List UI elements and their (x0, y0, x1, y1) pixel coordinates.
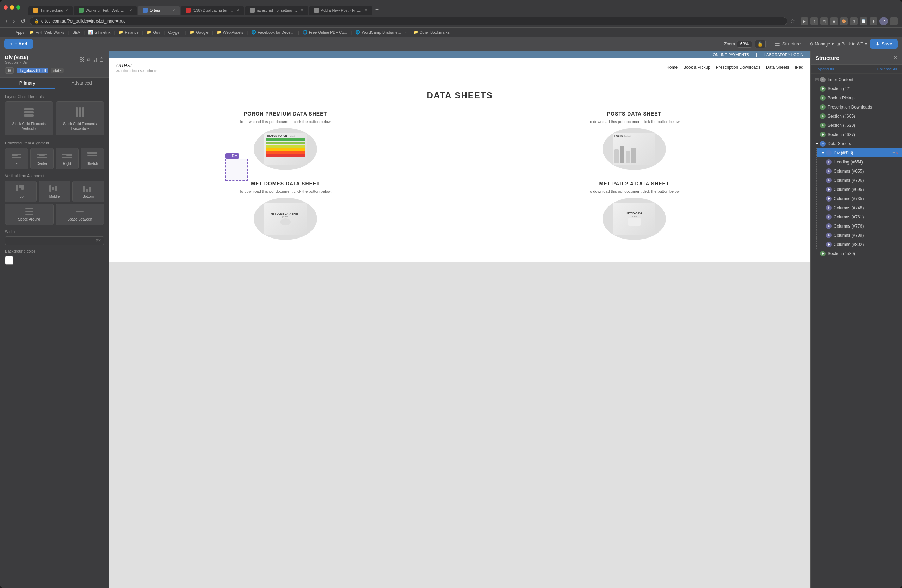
tab-close-6[interactable]: × (365, 8, 368, 13)
tree-heading-654[interactable]: + Heading (#654) (817, 158, 902, 167)
space-around-btn[interactable]: Space Around (5, 203, 53, 225)
extension-btn-3[interactable]: M (820, 17, 828, 25)
bg-color-swatch[interactable] (5, 256, 13, 264)
bookmark-btn[interactable]: ☆ (790, 18, 795, 24)
tree-div-818[interactable]: ▾ − Div (#818) ≡ × (817, 148, 902, 158)
cols-748-icon[interactable]: + (826, 205, 832, 211)
tab-close-1[interactable]: × (66, 8, 68, 13)
bookmark-apps[interactable]: ⋮⋮ Apps (4, 29, 27, 35)
add-element-btn[interactable]: + + Add (4, 39, 33, 48)
valign-bottom-btn[interactable]: Bottom (72, 181, 104, 202)
layout-vertical-btn[interactable]: Stack Child Elements Vertically (5, 102, 53, 135)
align-center-btn[interactable]: Center (30, 148, 53, 169)
div-818-icon[interactable]: − (826, 150, 832, 156)
bookmark-finance[interactable]: 📁 Finance (116, 29, 141, 35)
tree-section-580[interactable]: + Section (#580) (811, 249, 902, 258)
tree-columns-761[interactable]: + Columns (#761) (817, 213, 902, 222)
tree-data-sheets[interactable]: ▾ − Data Sheets (811, 139, 902, 148)
bookmark-google[interactable]: 📁 Google (188, 29, 210, 35)
cols-776-icon[interactable]: + (826, 224, 832, 229)
tree-section-2[interactable]: + Section (#2) (811, 84, 902, 93)
tab-close-4[interactable]: × (237, 8, 239, 13)
bookmark-pdf[interactable]: 🌐 Free Online PDF Co... (301, 29, 349, 35)
element-delete-icon[interactable]: 🗑 (99, 57, 104, 63)
section-620-icon[interactable]: + (820, 123, 825, 128)
section-2-icon[interactable]: + (820, 86, 825, 92)
align-stretch-btn[interactable]: Stretch (81, 148, 104, 169)
save-btn[interactable]: ⬇ Save (870, 39, 898, 48)
cols-735-icon[interactable]: + (826, 196, 832, 202)
structure-btn[interactable]: ☰ Structure (774, 40, 801, 48)
heading-654-icon[interactable]: + (826, 159, 832, 165)
forward-btn[interactable]: › (12, 17, 16, 25)
tree-inner-content[interactable]: ≡ Inner Content (811, 75, 902, 84)
nav-home[interactable]: Home (666, 65, 678, 70)
element-copy-icon[interactable]: ◱ (92, 57, 97, 63)
tree-book-pickup[interactable]: + Book a Pickup (811, 93, 902, 103)
manage-btn[interactable]: ⚙ Manage ▾ (810, 42, 834, 47)
cols-761-icon[interactable]: + (826, 214, 832, 220)
nav-data-sheets[interactable]: Data Sheets (766, 65, 789, 70)
book-pickup-icon[interactable]: + (820, 95, 825, 101)
back-btn[interactable]: ‹ (4, 17, 9, 25)
close-window-btn[interactable] (3, 5, 8, 9)
bookmark-web-assets[interactable]: 📁 Web Assets (215, 29, 246, 35)
topbar-online-payments[interactable]: ONLINE PAYMENTS (713, 53, 749, 57)
section-637-icon[interactable]: + (820, 132, 825, 138)
space-between-btn[interactable]: Space Between (56, 203, 104, 225)
extension-btn-4[interactable]: ■ (830, 17, 838, 25)
menu-btn[interactable]: ⋮ (890, 17, 898, 25)
align-right-btn[interactable]: Right (56, 148, 79, 169)
maximize-window-btn[interactable] (16, 5, 20, 9)
desktop-view-btn[interactable]: 🖥 (5, 67, 14, 74)
layout-horizontal-btn[interactable]: Stack Child Elements Horizontally (56, 102, 104, 135)
tab-close-3[interactable]: × (173, 8, 175, 13)
collapse-all-btn[interactable]: Collapse All (877, 67, 897, 71)
cols-789-icon[interactable]: + (826, 233, 832, 238)
tab-working[interactable]: Working | Firth Web Works × (74, 6, 137, 15)
bookmark-gtmetrix[interactable]: 📊 GTmetrix (86, 29, 113, 35)
nav-book[interactable]: Book a Pickup (683, 65, 710, 70)
extension-btn-1[interactable]: ▶ (800, 17, 808, 25)
nav-ipad[interactable]: iPad (795, 65, 803, 70)
tree-columns-748[interactable]: + Columns (#748) (817, 203, 902, 213)
bookmark-wordcamp[interactable]: 🌐 WordCamp Brisbane... (353, 29, 403, 35)
tree-section-605[interactable]: + Section (#605) (811, 112, 902, 121)
cols-706-icon[interactable]: + (826, 178, 832, 183)
bookmark-facebook[interactable]: 🌐 Facebook for Devel... (249, 29, 297, 35)
section-605-icon[interactable]: + (820, 113, 825, 119)
tab-advanced[interactable]: Advanced (55, 78, 109, 89)
tree-columns-655[interactable]: + Columns (#655) (817, 167, 902, 176)
cols-802-icon[interactable]: + (826, 242, 832, 247)
extension-btn-5[interactable]: 🎨 (840, 17, 848, 25)
valign-top-btn[interactable]: Top (5, 181, 37, 202)
url-bar[interactable]: 🔒 ortesi.com.au/?ct_builder=true&ct_inne… (30, 17, 788, 25)
valign-middle-btn[interactable]: Middle (39, 181, 70, 202)
tree-columns-802[interactable]: + Columns (#802) (817, 240, 902, 249)
tab-ortesi[interactable]: Ortesi × (138, 6, 180, 15)
tree-columns-776[interactable]: + Columns (#776) (817, 222, 902, 231)
aspect-ratio-lock-btn[interactable]: 🔒 (755, 40, 766, 48)
extension-btn-8[interactable]: ⬇ (869, 17, 877, 25)
nav-prescriptions[interactable]: Prescription Downloads (716, 65, 760, 70)
tab-close-5[interactable]: × (301, 8, 303, 13)
data-sheets-icon[interactable]: − (820, 141, 825, 147)
tree-prescriptions[interactable]: + Prescription Downloads (811, 103, 902, 112)
tree-columns-789[interactable]: + Columns (#789) (817, 231, 902, 240)
minimize-window-btn[interactable] (10, 5, 14, 9)
tab-duplicating[interactable]: (138) Duplicating template... × (181, 6, 244, 15)
extension-btn-6[interactable]: ⚙ (850, 17, 858, 25)
width-input[interactable] (8, 238, 96, 243)
bookmark-firth[interactable]: 📁 Firth Web Works (27, 29, 67, 35)
tree-section-620[interactable]: + Section (#620) (811, 121, 902, 130)
prescriptions-icon[interactable]: + (820, 104, 825, 110)
tab-time-tracking[interactable]: Time tracking × (28, 6, 73, 15)
element-link-icon[interactable]: ⛓ (80, 57, 85, 63)
expand-all-btn[interactable]: Expand All (816, 67, 834, 71)
structure-close-btn[interactable]: × (894, 55, 897, 61)
new-tab-btn[interactable]: + (373, 6, 381, 13)
element-duplicate-icon[interactable]: ⧉ (87, 57, 90, 63)
tab-add-post[interactable]: Add a New Post ‹ Firth Web... × (309, 6, 373, 15)
cols-655-icon[interactable]: + (826, 168, 832, 174)
align-left-btn[interactable]: Left (5, 148, 28, 169)
